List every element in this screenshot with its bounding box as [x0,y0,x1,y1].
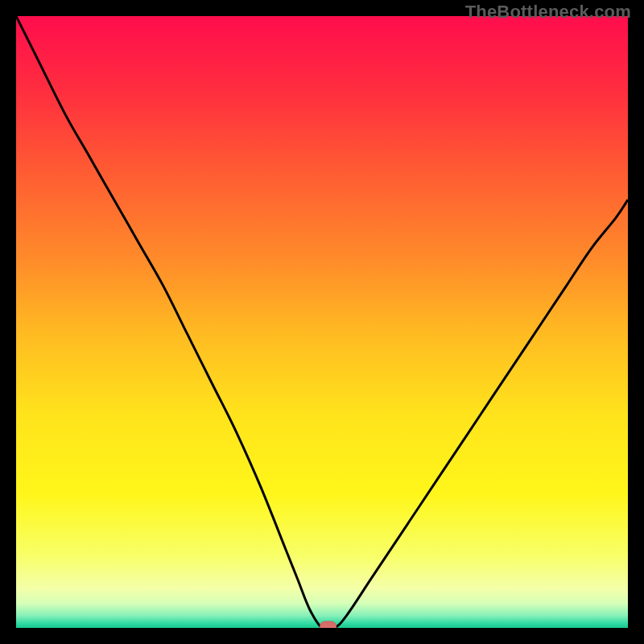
watermark-text: TheBottleneck.com [465,2,631,23]
bottleneck-plot [16,16,628,628]
plot-svg [16,16,628,628]
optimal-marker [320,621,336,628]
chart-frame: TheBottleneck.com [0,0,644,644]
gradient-background [16,16,628,628]
